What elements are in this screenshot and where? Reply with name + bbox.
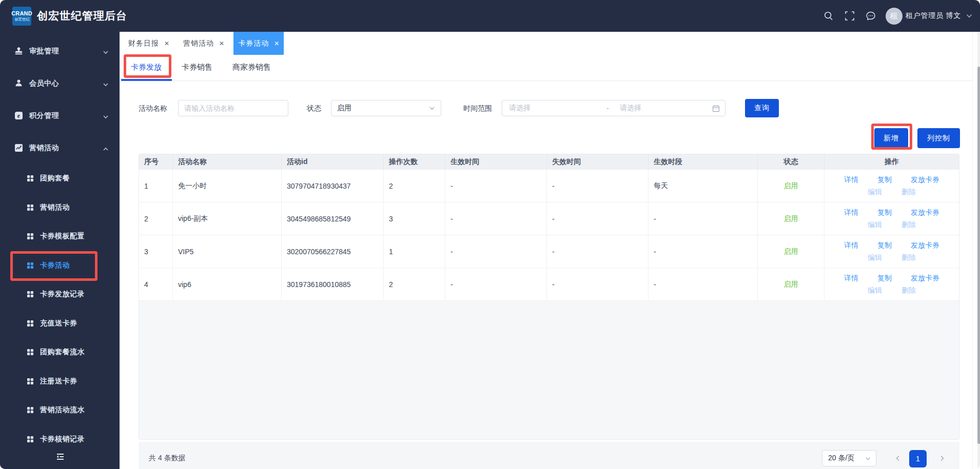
issue-coupon-link[interactable]: 发放卡券 [911, 241, 939, 250]
table-body: 1 免一小时 3079704718930437 2 - - 每天 启用 详情 复… [139, 170, 959, 301]
cell-effective-period: - [649, 202, 758, 235]
brand-logo-text: CRAND [11, 11, 32, 16]
range-end-placeholder: 请选择 [620, 104, 712, 113]
status-select[interactable]: 启用 [331, 100, 441, 116]
sidebar-subitem-coupon-issue-records[interactable]: 卡券发放记录 [0, 280, 120, 309]
copy-link[interactable]: 复制 [877, 175, 892, 185]
issue-coupon-link[interactable]: 发放卡券 [911, 274, 939, 283]
user-name[interactable]: 租户管理员 博文 [906, 11, 961, 21]
grid-icon [27, 175, 34, 182]
tab-finance-daily[interactable]: 财务日报 ✕ [124, 32, 174, 55]
table-row[interactable]: 2 vip6-副本 3045498685812549 3 - - - 启用 详情… [139, 202, 959, 235]
search-icon[interactable] [824, 11, 834, 21]
delete-link[interactable]: 删除 [901, 253, 916, 262]
sidebar-item-members[interactable]: 会员中心 [0, 67, 120, 99]
cell-operation-count: 2 [384, 268, 445, 300]
table-row[interactable]: 3 VIP5 3020070566227845 1 - - - 启用 详情 复制… [139, 235, 959, 268]
query-button[interactable]: 查询 [745, 99, 779, 117]
cell-actions: 详情 复制 发放卡券 编辑 删除 [825, 170, 959, 202]
issue-coupon-link[interactable]: 发放卡券 [911, 208, 939, 217]
delete-link[interactable]: 删除 [901, 220, 916, 230]
chevron-down-icon [103, 48, 109, 54]
close-icon[interactable]: ✕ [164, 40, 169, 47]
activity-name-label: 活动名称 [139, 99, 167, 117]
sidebar-subitem-register-coupon[interactable]: 注册送卡券 [0, 367, 120, 396]
delete-link[interactable]: 删除 [901, 286, 916, 295]
sidebar-subitem-label: 营销活动流水 [40, 405, 85, 415]
subtab-label: 卡券发放 [131, 63, 162, 71]
time-range-picker[interactable]: 请选择 - 请选择 [502, 100, 726, 116]
page-tabbar: 财务日报 ✕ 营销活动 ✕ 卡券活动 ✕ [120, 32, 972, 55]
detail-link[interactable]: 详情 [844, 274, 858, 283]
current-page-button[interactable]: 1 [909, 450, 927, 467]
grid-icon [27, 378, 34, 385]
delete-link[interactable]: 删除 [901, 188, 916, 197]
grid-icon [27, 406, 34, 414]
cell-activity-name: vip6-副本 [173, 202, 282, 235]
scrollbar-thumb[interactable] [977, 67, 980, 444]
subtab-coupon-sales[interactable]: 卡券销售 [182, 55, 212, 81]
add-button[interactable]: 新增 [874, 128, 908, 148]
sidebar-item-points[interactable]: e 积分管理 [0, 99, 120, 132]
next-page-icon[interactable] [939, 455, 945, 461]
chevron-down-icon [103, 113, 109, 119]
time-range-label: 时间范围 [463, 99, 492, 117]
sidebar-subitem-coupon-template[interactable]: 卡券模板配置 [0, 222, 120, 251]
copy-link[interactable]: 复制 [877, 208, 892, 217]
close-icon[interactable]: ✕ [219, 40, 224, 47]
user-avatar[interactable]: 租 [886, 8, 903, 25]
sidebar-menu: 审批管理 会员中心 e 积分管理 [0, 35, 120, 454]
section-tabs: 卡券发放 卡券销售 商家券销售 [120, 55, 972, 81]
grid-icon [27, 349, 34, 356]
tab-coupon-activity[interactable]: 卡券活动 ✕ [233, 32, 284, 55]
edit-link[interactable]: 编辑 [868, 253, 882, 262]
column-header: 失效时间 [547, 154, 649, 170]
issue-coupon-link[interactable]: 发放卡券 [911, 175, 939, 185]
subtab-coupon-issue[interactable]: 卡券发放 [131, 55, 162, 81]
sidebar: 审批管理 会员中心 e 积分管理 [0, 32, 120, 469]
chevron-down-icon [103, 80, 109, 87]
edit-link[interactable]: 编辑 [868, 220, 882, 230]
grid-icon [27, 204, 34, 211]
prev-page-icon[interactable] [895, 455, 901, 461]
activity-name-input[interactable] [178, 100, 288, 116]
tab-label: 营销活动 [183, 39, 214, 48]
sidebar-subitem-group-packages[interactable]: 团购套餐 [0, 164, 120, 193]
user-menu-chevron-icon[interactable] [966, 13, 972, 19]
tab-marketing-activity[interactable]: 营销活动 ✕ [179, 32, 229, 55]
sidebar-subitem-recharge-coupon[interactable]: 充值送卡券 [0, 309, 120, 338]
close-icon[interactable]: ✕ [274, 40, 279, 47]
sidebar-subitem-group-package-flow[interactable]: 团购套餐流水 [0, 338, 120, 367]
detail-link[interactable]: 详情 [844, 208, 858, 217]
sidebar-subitem-marketing-flow[interactable]: 营销活动流水 [0, 396, 120, 425]
sidebar-subitem-marketing-activity[interactable]: 营销活动 [0, 193, 120, 222]
table-row[interactable]: 1 免一小时 3079704718930437 2 - - 每天 启用 详情 复… [139, 170, 959, 202]
copy-link[interactable]: 复制 [877, 241, 892, 250]
table-row[interactable]: 4 vip6 3019736180010885 2 - - - 启用 详情 复制… [139, 268, 959, 301]
column-header: 活动id [282, 154, 384, 170]
fullscreen-icon[interactable] [845, 11, 855, 21]
detail-link[interactable]: 详情 [844, 241, 858, 250]
sidebar-item-approval[interactable]: 审批管理 [0, 35, 120, 67]
subtab-merchant-coupon-sales[interactable]: 商家券销售 [232, 55, 271, 81]
column-control-button[interactable]: 列控制 [917, 128, 960, 148]
sidebar-item-marketing[interactable]: 营销活动 [0, 132, 120, 164]
sidebar-subitem-label: 卡券活动 [40, 261, 70, 270]
header-actions: 租 租户管理员 博文 [824, 0, 972, 32]
column-header: 操作 [825, 154, 959, 170]
grid-icon [27, 262, 34, 269]
collapse-menu-icon[interactable] [55, 452, 65, 464]
detail-link[interactable]: 详情 [844, 175, 858, 185]
copy-link[interactable]: 复制 [877, 274, 892, 283]
column-header: 状态 [758, 154, 825, 170]
edit-link[interactable]: 编辑 [868, 188, 882, 197]
page-size-select[interactable]: 20 条/页 [822, 450, 876, 466]
cell-index: 4 [139, 268, 173, 300]
edit-link[interactable]: 编辑 [868, 286, 882, 295]
sidebar-subitem-coupon-activity[interactable]: 卡券活动 [0, 251, 120, 280]
message-icon[interactable] [866, 11, 876, 21]
cell-expire-time: - [547, 170, 649, 202]
chevron-down-icon [865, 455, 871, 462]
filter-bar: 活动名称 状态 启用 时间范围 请选择 - 请选择 查询 [120, 99, 972, 117]
page-scrollbar [972, 32, 980, 469]
